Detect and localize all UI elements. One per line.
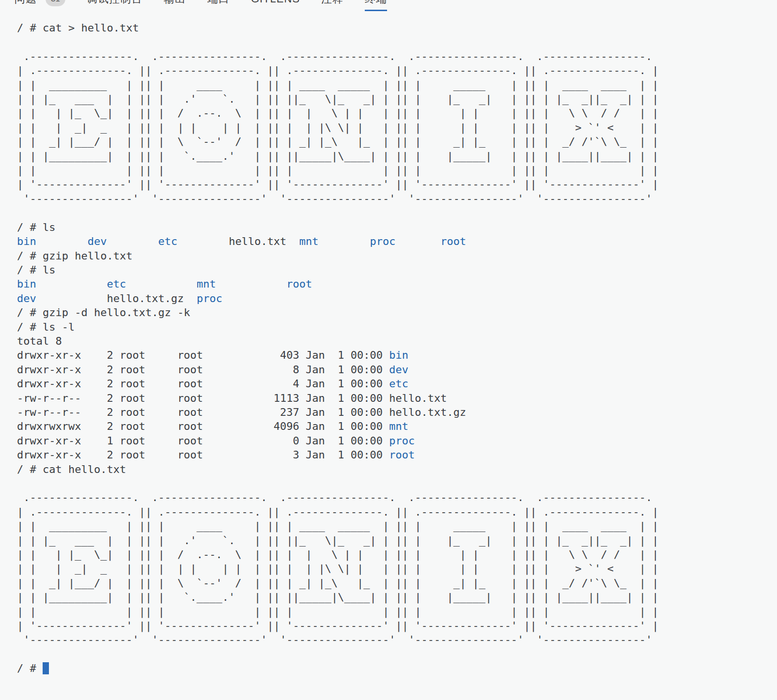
terminal-text: | | |_________| | || | `.____.' | || ||_… <box>17 150 659 162</box>
directory-name: root <box>389 449 415 461</box>
terminal-text: .----------------. .----------------. .-… <box>17 491 659 503</box>
terminal-text: | '--------------' || '--------------' |… <box>17 178 659 190</box>
terminal-text <box>107 235 158 247</box>
terminal-text <box>17 477 23 489</box>
terminal-line-ascii-banner: | .--------------. || .--------------. |… <box>17 63 777 77</box>
directory-name: bin <box>17 278 36 290</box>
directory-name: root <box>286 278 312 290</box>
terminal-text: / # cat hello.txt <box>17 463 126 475</box>
terminal-text: hello.txt.gz <box>107 292 196 304</box>
terminal-line: -rw-r--r-- 2 root root 1113 Jan 1 00:00 … <box>17 391 777 405</box>
terminal-line-ascii-banner: | | _________ | || | ____ | || | ____ __… <box>17 519 777 533</box>
terminal-text <box>17 36 23 48</box>
terminal-text: | .--------------. || .--------------. |… <box>17 64 659 76</box>
terminal-text: | | _________ | || | ____ | || | ____ __… <box>17 79 659 91</box>
directory-name: bin <box>17 235 36 247</box>
terminal-text: '----------------' '----------------' '-… <box>17 193 659 205</box>
terminal-line-ascii-banner: | | |_ ___ | | || | .' `. | || ||_ \|_ _… <box>17 92 777 106</box>
terminal-line-ascii-banner: | | | || | | || | | || | | || | | | <box>17 605 777 619</box>
terminal-line-ascii-banner: | | | _| _ | || | | | | | | || | | |\ \|… <box>17 121 777 135</box>
terminal-line: drwxr-xr-x 1 root root 0 Jan 1 00:00 pro… <box>17 434 777 448</box>
terminal-text: | | | || | | || | | || | | || | | | <box>17 606 659 618</box>
terminal-line: / # ls -l <box>17 320 777 334</box>
tab-problems[interactable]: 问题31 <box>15 0 65 11</box>
terminal-line-ascii-banner: '----------------' '----------------' '-… <box>17 192 777 206</box>
terminal-text: | | | |_ \_| | || | / .--. \ | || | | \ … <box>17 107 659 119</box>
terminal-text: | '--------------' || '--------------' |… <box>17 620 659 632</box>
tab-label: 问题 <box>15 0 37 6</box>
directory-name: etc <box>107 278 126 290</box>
terminal-text: drwxr-xr-x 2 root root 3 Jan 1 00:00 <box>17 449 389 461</box>
bottom-panel: 问题31调试控制台输出端口GITLENS注释终端 / # cat > hello… <box>0 0 777 676</box>
terminal-text: | | | _| _ | || | | | | | | || | | |\ \|… <box>17 563 659 575</box>
terminal-text: drwxr-xr-x 2 root root 4 Jan 1 00:00 <box>17 378 389 390</box>
terminal-text: / # <box>17 662 43 674</box>
terminal-line-blank <box>17 35 777 49</box>
panel-tab-row: 问题31调试控制台输出端口GITLENS注释终端 <box>0 0 387 11</box>
tab-label: 调试控制台 <box>87 0 142 6</box>
terminal-text: drwxr-xr-x 2 root root 403 Jan 1 00:00 <box>17 349 389 361</box>
directory-name: dev <box>389 364 408 376</box>
terminal-text: | | | || | | || | | || | | || | | | <box>17 164 659 176</box>
terminal-line-ascii-banner: | | |_________| | || | `.____.' | || ||_… <box>17 590 777 604</box>
tab-gitlens[interactable]: GITLENS <box>251 0 300 11</box>
terminal-text: | | | |_ \_| | || | / .--. \ | || | | \ … <box>17 548 659 561</box>
tab-ports[interactable]: 端口 <box>207 0 230 11</box>
terminal-cursor <box>43 662 49 674</box>
tab-label: 输出 <box>164 0 186 6</box>
terminal-text: / # cat > hello.txt <box>17 22 139 34</box>
terminal-line: total 8 <box>17 334 777 348</box>
tab-comments[interactable]: 注释 <box>321 0 343 11</box>
terminal-line: / # ls <box>17 220 777 234</box>
terminal-text: | | |_________| | || | `.____.' | || ||_… <box>17 591 659 603</box>
panel-tab-bar: 问题31调试控制台输出端口GITLENS注释终端 <box>0 0 777 13</box>
terminal-line: bin etc mnt root <box>17 277 777 291</box>
terminal-text: | | |_ ___ | | || | .' `. | || ||_ \|_ _… <box>17 93 659 105</box>
terminal-text: '----------------' '----------------' '-… <box>17 634 659 646</box>
terminal-line-ascii-banner: .----------------. .----------------. .-… <box>17 49 777 63</box>
directory-name: etc <box>158 235 177 247</box>
terminal-text <box>216 278 287 290</box>
terminal-text: hello.txt <box>229 235 299 247</box>
terminal-line: drwxrwxrwx 2 root root 4096 Jan 1 00:00 … <box>17 419 777 433</box>
terminal-line-ascii-banner: | | _| |___/ | | || | \ `--' / | || | _|… <box>17 135 777 149</box>
terminal-text <box>396 235 441 247</box>
terminal-text <box>36 292 107 304</box>
terminal-line-ascii-banner: | | | |_ \_| | || | / .--. \ | || | | \ … <box>17 106 777 120</box>
terminal-output[interactable]: / # cat > hello.txt .----------------. .… <box>0 13 777 676</box>
terminal-text: drwxr-xr-x 2 root root 8 Jan 1 00:00 <box>17 364 389 376</box>
terminal-text: | | |_ ___ | | || | .' `. | || ||_ \|_ _… <box>17 534 659 547</box>
terminal-line: -rw-r--r-- 2 root root 237 Jan 1 00:00 h… <box>17 405 777 419</box>
terminal-line: drwxr-xr-x 2 root root 3 Jan 1 00:00 roo… <box>17 448 777 462</box>
terminal-text: drwxr-xr-x 1 root root 0 Jan 1 00:00 <box>17 435 389 447</box>
terminal-text <box>17 648 23 660</box>
directory-name: root <box>440 235 466 247</box>
terminal-line-ascii-banner: | | | |_ \_| | || | / .--. \ | || | | \ … <box>17 548 777 562</box>
tab-terminal[interactable]: 终端 <box>365 0 387 11</box>
directory-name: mnt <box>299 235 319 247</box>
terminal-text: | | | _| _ | || | | | | | | || | | |\ \|… <box>17 122 659 134</box>
terminal-line: / # gzip hello.txt <box>17 249 777 263</box>
tab-debug-console[interactable]: 调试控制台 <box>87 0 142 11</box>
terminal-text <box>126 278 197 290</box>
terminal-line-ascii-banner: | '--------------' || '--------------' |… <box>17 619 777 633</box>
terminal-text <box>177 235 229 247</box>
tab-label: 终端 <box>365 0 387 6</box>
terminal-line: / # ls <box>17 263 777 277</box>
terminal-line-ascii-banner: | | | || | | || | | || | | || | | | <box>17 163 777 177</box>
terminal-line-ascii-banner: | | |_________| | || | `.____.' | || ||_… <box>17 149 777 163</box>
problems-count-badge: 31 <box>46 0 65 6</box>
terminal-line: drwxr-xr-x 2 root root 4 Jan 1 00:00 etc <box>17 377 777 391</box>
terminal-text: total 8 <box>17 335 62 347</box>
terminal-text: .----------------. .----------------. .-… <box>17 50 659 62</box>
terminal-text: / # ls <box>17 221 55 233</box>
terminal-line-ascii-banner: | | | _| _ | || | | | | | | || | | |\ \|… <box>17 562 777 576</box>
terminal-text <box>36 278 107 290</box>
directory-name: etc <box>389 378 408 390</box>
directory-name: mnt <box>389 420 408 432</box>
terminal-line: dev hello.txt.gz proc <box>17 291 777 305</box>
terminal-text: / # ls -l <box>17 321 75 333</box>
tab-output[interactable]: 输出 <box>164 0 186 11</box>
terminal-line: bin dev etc hello.txt mnt proc root <box>17 234 777 248</box>
terminal-line-ascii-banner: | | _| |___/ | | || | \ `--' / | || | _|… <box>17 576 777 590</box>
